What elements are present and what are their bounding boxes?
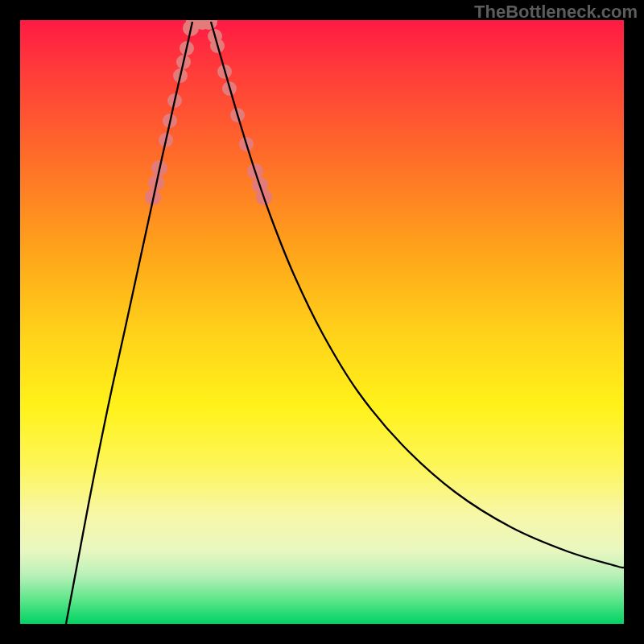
marker-beads [145, 20, 272, 205]
chart-frame: TheBottleneck.com [0, 0, 644, 644]
plot-area [20, 20, 624, 624]
curve-layer [20, 20, 624, 624]
right-curve [211, 22, 624, 568]
watermark-text: TheBottleneck.com [474, 2, 638, 23]
left-curve [66, 22, 192, 624]
